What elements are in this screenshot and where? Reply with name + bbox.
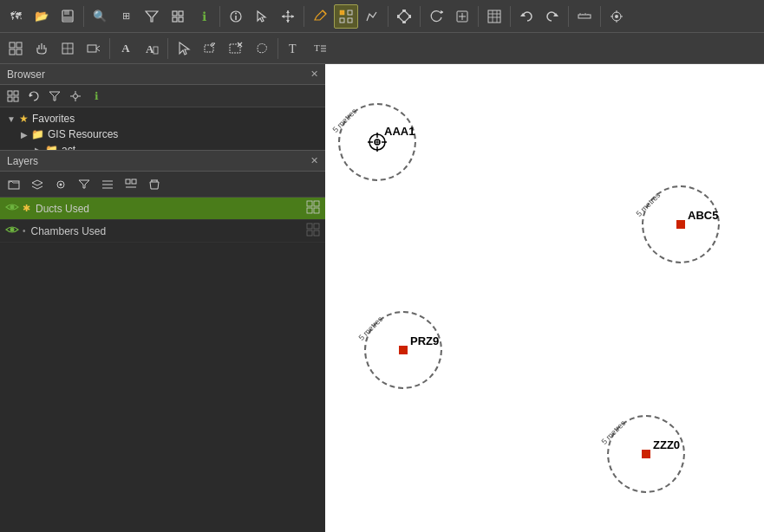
act-item[interactable]: ▶ 📁 act [7,142,318,151]
browser-tree: ▼ ★ Favorites ▶ 📁 GIS Resources ▶ 📁 act [0,107,325,151]
ducts-settings-icon[interactable] [306,200,320,217]
browser-settings-button[interactable] [66,87,85,106]
save-button[interactable] [56,4,80,29]
layer-row-chambers-used[interactable]: • Chambers Used [0,220,325,243]
svg-rect-102 [307,230,312,236]
svg-line-58 [96,49,100,51]
select-box-tool[interactable] [198,36,222,61]
svg-rect-5 [179,11,183,16]
favorites-item[interactable]: ▼ ★ Favorites [7,111,318,127]
show-all-layers[interactable] [50,174,71,195]
text-tool[interactable]: T [282,36,306,61]
svg-rect-50 [16,42,22,48]
select-tool[interactable] [250,4,274,29]
label-tool2[interactable]: A [140,36,164,61]
chambers-visibility-icon[interactable] [5,224,19,237]
layers-close-button[interactable]: ✕ [310,155,318,166]
sep9 [600,6,601,27]
svg-marker-13 [286,10,290,13]
gps-button[interactable] [604,4,629,29]
map-nav-tool[interactable] [3,36,28,61]
ducts-visibility-icon[interactable] [5,202,19,215]
chambers-settings-icon[interactable] [306,223,320,239]
svg-point-44 [615,15,618,18]
measure-tool[interactable] [572,4,597,29]
zoom-in-button[interactable]: 🔍 [88,4,112,29]
pencil-edit[interactable] [308,4,332,29]
svg-rect-101 [314,224,319,229]
expand-all-layers[interactable] [97,174,118,195]
layers-panel: Layers ✕ [0,151,325,532]
svg-marker-74 [29,94,33,97]
move-feature-tool[interactable] [276,4,300,29]
svg-marker-75 [49,92,60,101]
sep4 [388,6,389,27]
abc5-point [676,220,685,229]
text-annotate-tool[interactable]: T [308,36,332,61]
browser-filter-button[interactable] [45,87,64,106]
digitize-tool[interactable] [360,4,384,29]
svg-text:T: T [314,42,320,53]
deselect-tool[interactable] [224,36,248,61]
svg-marker-16 [291,15,294,18]
svg-text:T: T [289,42,297,55]
svg-rect-4 [173,11,177,16]
sep1 [83,6,84,27]
svg-rect-88 [126,179,130,184]
zoom-extent-tool[interactable] [56,36,80,61]
label-font-tool[interactable]: A [114,36,138,61]
open-button[interactable]: 📂 [29,4,54,29]
toolbar-top: 🗺 📂 🔍 ⊞ ℹ [0,0,764,33]
rotate-tool[interactable] [424,4,448,29]
svg-rect-98 [314,208,319,213]
hand-pan-tool[interactable] [29,36,54,61]
svg-rect-95 [307,201,312,206]
node-edit-active[interactable] [334,4,358,29]
freehand-select[interactable] [250,36,274,61]
filter-button[interactable] [140,4,164,29]
browser-refresh-button[interactable] [24,87,43,106]
vertex-tool[interactable] [392,4,416,29]
zoom-out-button[interactable]: ⊞ [114,4,138,29]
add-layer-button[interactable] [27,174,48,195]
info-button[interactable]: ℹ [192,4,216,29]
svg-rect-81 [9,181,19,189]
sep-second-3 [278,38,278,59]
browser-header: Browser ✕ [0,64,325,85]
undo-button[interactable] [514,4,539,29]
svg-marker-14 [286,20,290,23]
browser-info-button[interactable]: ℹ [87,87,106,106]
new-map-button[interactable]: 🗺 [3,4,28,29]
chambers-dot-icon: • [23,226,26,236]
collapse-all-layers[interactable] [121,174,141,195]
svg-marker-3 [146,11,158,22]
svg-marker-15 [282,15,284,18]
ducts-star-icon: ✱ [23,203,30,214]
browser-close-button[interactable]: ✕ [310,68,318,80]
svg-rect-18 [340,10,344,15]
svg-rect-70 [8,91,12,95]
svg-rect-19 [348,10,352,15]
filter-layers[interactable] [74,174,95,195]
open-layer-button[interactable] [3,174,24,195]
layers-title: Layers [7,155,38,167]
properties-button[interactable] [166,4,190,29]
browser-home-button[interactable] [3,87,23,106]
pan-tool[interactable] [450,4,474,29]
svg-rect-73 [14,97,18,101]
browser-title: Browser [7,68,45,81]
attribute-table[interactable] [482,4,506,29]
sep8 [568,6,569,27]
redo-button[interactable] [540,4,565,29]
zzz0-label: ZZZ0 [653,438,680,451]
main-area: Browser ✕ ℹ [0,64,764,532]
remove-layer-button[interactable] [144,174,165,195]
layer-row-ducts-used[interactable]: ✱ Ducts Used [0,198,325,220]
identify-tool[interactable] [224,4,248,29]
zoom-layer-tool[interactable] [82,36,106,61]
gis-resources-label: GIS Resources [48,128,118,140]
svg-text:A: A [146,42,154,55]
select-arrow-tool[interactable] [172,36,196,61]
map-area[interactable]: 5 metres AAA1 5 metres ABC5 [325,64,764,532]
gis-resources-item[interactable]: ▶ 📁 GIS Resources [7,127,318,142]
